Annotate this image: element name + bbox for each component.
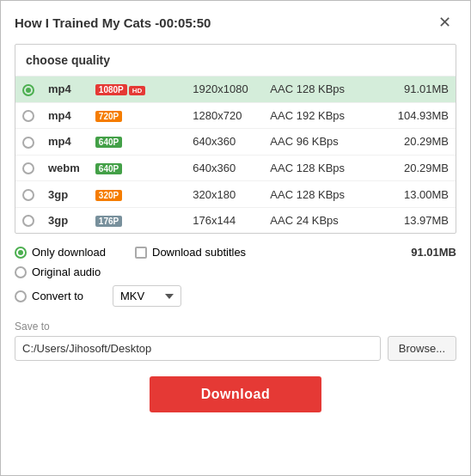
convert-radio[interactable] — [15, 290, 27, 302]
quality-row[interactable]: webm640P640x360AAC 128 KBps20.29MB — [15, 155, 456, 181]
original-audio-label: Original audio — [32, 265, 101, 278]
audio-cell: AAC 128 KBps — [263, 181, 358, 208]
quality-radio[interactable] — [22, 84, 34, 96]
browse-button[interactable]: Browse... — [388, 336, 456, 361]
badge-cell: 176P — [87, 207, 186, 233]
quality-radio[interactable] — [22, 189, 34, 201]
quality-box: choose quality mp41080PHD1920x1080AAC 12… — [15, 44, 456, 234]
quality-radio[interactable] — [22, 137, 34, 149]
quality-row[interactable]: 3gp176P176x144AAC 24 KBps13.97MB — [15, 207, 456, 233]
resolution-cell: 176x144 — [186, 207, 263, 233]
subtitles-label: Download subtitles — [152, 246, 246, 259]
dialog-header: How I Trained My Cats -00:05:50 ✕ — [15, 13, 456, 32]
quality-radio[interactable] — [22, 215, 34, 227]
format-cell: mp4 — [41, 102, 87, 129]
badge-cell: 1080PHD — [87, 76, 186, 102]
resolution-cell: 1920x1080 — [186, 76, 263, 102]
size-cell: 104.93MB — [358, 102, 456, 129]
subtitles-option[interactable]: Download subtitles — [135, 246, 246, 259]
badge-cell: 640P — [87, 155, 186, 181]
audio-cell: AAC 128 KBps — [263, 155, 358, 181]
download-button[interactable]: Download — [150, 376, 321, 412]
selected-size: 91.01MB — [411, 246, 456, 259]
only-download-label: Only download — [32, 246, 106, 259]
audio-cell: AAC 24 KBps — [263, 207, 358, 233]
quality-row[interactable]: mp4720P1280x720AAC 192 KBps104.93MB — [15, 102, 456, 129]
options-row-2: Original audio — [15, 265, 456, 278]
download-row: Download — [15, 376, 456, 412]
quality-table: mp41080PHD1920x1080AAC 128 KBps91.01MBmp… — [15, 76, 456, 233]
format-cell: mp4 — [41, 76, 87, 102]
resolution-cell: 1280x720 — [186, 102, 263, 129]
only-download-option[interactable]: Only download — [15, 246, 106, 259]
format-cell: webm — [41, 155, 87, 181]
quality-row[interactable]: mp41080PHD1920x1080AAC 128 KBps91.01MB — [15, 76, 456, 102]
quality-header: choose quality — [15, 45, 456, 76]
badge-cell: 640P — [87, 129, 186, 156]
saveto-input[interactable] — [15, 336, 381, 361]
original-audio-radio[interactable] — [15, 266, 27, 278]
resolution-cell: 320x180 — [186, 181, 263, 208]
size-cell: 13.00MB — [358, 181, 456, 208]
quality-row[interactable]: 3gp320P320x180AAC 128 KBps13.00MB — [15, 181, 456, 208]
quality-radio[interactable] — [22, 110, 34, 122]
size-cell: 20.29MB — [358, 155, 456, 181]
convert-row: Convert to MKVMP4AVIMOVWMV — [15, 285, 456, 307]
saveto-label: Save to — [15, 320, 456, 333]
resolution-cell: 640x360 — [186, 155, 263, 181]
close-button[interactable]: ✕ — [433, 13, 456, 32]
download-dialog: How I Trained My Cats -00:05:50 ✕ choose… — [0, 0, 471, 476]
size-cell: 13.97MB — [358, 207, 456, 233]
resolution-cell: 640x360 — [186, 129, 263, 156]
original-audio-option[interactable]: Original audio — [15, 265, 101, 278]
subtitles-checkbox[interactable] — [135, 247, 147, 259]
format-cell: mp4 — [41, 129, 87, 156]
badge-cell: 320P — [87, 181, 186, 208]
dialog-title: How I Trained My Cats -00:05:50 — [15, 15, 211, 30]
badge-cell: 720P — [87, 102, 186, 129]
saveto-row: Browse... — [15, 336, 456, 361]
convert-format-select[interactable]: MKVMP4AVIMOVWMV — [113, 285, 181, 307]
quality-row[interactable]: mp4640P640x360AAC 96 KBps20.29MB — [15, 129, 456, 156]
size-cell: 20.29MB — [358, 129, 456, 156]
format-cell: 3gp — [41, 181, 87, 208]
options-row-1: Only download Download subtitles 91.01MB — [15, 246, 456, 259]
convert-option[interactable]: Convert to — [15, 290, 83, 302]
audio-cell: AAC 192 KBps — [263, 102, 358, 129]
audio-cell: AAC 128 KBps — [263, 76, 358, 102]
only-download-radio[interactable] — [15, 247, 27, 259]
size-cell: 91.01MB — [358, 76, 456, 102]
format-cell: 3gp — [41, 207, 87, 233]
convert-to-label: Convert to — [32, 290, 83, 302]
quality-radio[interactable] — [22, 162, 34, 174]
audio-cell: AAC 96 KBps — [263, 129, 358, 156]
